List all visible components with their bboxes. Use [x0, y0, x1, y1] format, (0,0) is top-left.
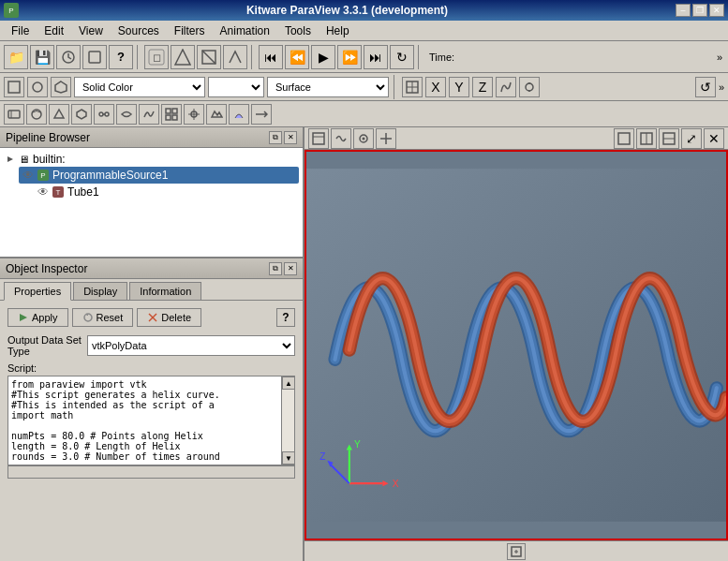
- apply-button[interactable]: Apply: [7, 308, 68, 327]
- tabs: Properties Display Information: [0, 279, 303, 300]
- render-maximize-btn[interactable]: ⤢: [681, 128, 702, 149]
- toolbar-btn-8[interactable]: [197, 45, 221, 69]
- inspector-close-button[interactable]: ✕: [284, 262, 297, 275]
- render-layout-btn-2[interactable]: [636, 128, 657, 149]
- tab-information[interactable]: Information: [129, 282, 201, 300]
- last-frame-button[interactable]: ⏭: [364, 45, 388, 69]
- minimize-button[interactable]: –: [676, 4, 691, 17]
- toolbar-btn-9[interactable]: [223, 45, 247, 69]
- tab-display[interactable]: Display: [73, 282, 127, 300]
- pipeline-float-button[interactable]: ⧉: [269, 131, 282, 144]
- menubar-item-animation[interactable]: Animation: [213, 22, 277, 39]
- svg-text:X: X: [393, 479, 399, 489]
- svg-text:Z: Z: [319, 451, 325, 462]
- restore-button[interactable]: ❐: [692, 4, 707, 17]
- expand-icon: [511, 546, 522, 557]
- render-btn-1[interactable]: [308, 128, 329, 149]
- pipeline-item-tube-label: Tube1: [67, 185, 99, 199]
- menubar-item-sources[interactable]: Sources: [111, 22, 167, 39]
- array-select[interactable]: [208, 77, 264, 97]
- delete-button[interactable]: Delete: [137, 308, 201, 327]
- toolbar-filters: [0, 101, 728, 127]
- render-close-btn[interactable]: ✕: [704, 128, 724, 149]
- time-more-button[interactable]: »: [715, 50, 724, 65]
- pipeline-item-source[interactable]: 👁 P ProgrammableSource1: [19, 167, 299, 184]
- disconnect-button[interactable]: [82, 45, 107, 69]
- next-frame-button[interactable]: ⏩: [337, 45, 362, 69]
- statusbar-expand-button[interactable]: [507, 543, 526, 560]
- representation-select[interactable]: Surface Wireframe Points: [267, 77, 389, 97]
- render-btn-3[interactable]: [353, 128, 374, 149]
- rotate-btn[interactable]: ↺: [695, 77, 716, 97]
- display-btn-3[interactable]: [51, 77, 71, 97]
- display-btn-8[interactable]: [496, 77, 516, 97]
- separator3: [418, 45, 422, 69]
- scroll-down-button[interactable]: ▼: [282, 451, 295, 465]
- menubar: FileEditViewSourcesFiltersAnimationTools…: [0, 21, 728, 41]
- open-button[interactable]: 📁: [4, 45, 28, 69]
- pipeline-root: 🖥 builtin:: [4, 152, 299, 167]
- display-btn-4[interactable]: [402, 77, 423, 97]
- filter-btn-2[interactable]: [26, 104, 47, 125]
- help-button[interactable]: ?: [276, 308, 295, 327]
- menubar-item-edit[interactable]: Edit: [37, 22, 71, 39]
- play-button[interactable]: ▶: [311, 45, 335, 69]
- solid-color-select[interactable]: Solid Color: [74, 77, 205, 97]
- render-btn-2[interactable]: [331, 128, 351, 149]
- close-button[interactable]: ✕: [709, 4, 724, 17]
- menubar-item-file[interactable]: File: [4, 22, 37, 39]
- first-frame-button[interactable]: ⏮: [259, 45, 283, 69]
- svg-rect-16: [8, 111, 20, 118]
- filter-btn-11[interactable]: [229, 104, 249, 125]
- render-statusbar: [305, 540, 728, 561]
- filter-btn-5[interactable]: [94, 104, 114, 125]
- save-button[interactable]: 💾: [30, 45, 54, 69]
- help-toolbar-button[interactable]: ?: [109, 45, 133, 69]
- svg-point-22: [105, 112, 109, 116]
- prev-frame-button[interactable]: ⏪: [285, 45, 309, 69]
- hscroll-track: [7, 465, 295, 479]
- object-inspector: Object Inspector ⧉ ✕ Properties Display …: [0, 258, 303, 561]
- scroll-track: [282, 390, 294, 451]
- filter-btn-4[interactable]: [71, 104, 92, 125]
- filter-btn-8[interactable]: [161, 104, 182, 125]
- toolbar-btn-7[interactable]: [171, 45, 195, 69]
- pipeline-item-tube[interactable]: 👁 T Tube1: [34, 184, 299, 200]
- filter-btn-6[interactable]: [116, 104, 137, 125]
- render-btn-4[interactable]: [376, 128, 396, 149]
- display-btn-6[interactable]: Y: [449, 77, 469, 97]
- toolbar2-more[interactable]: »: [719, 81, 724, 93]
- pipeline-close-button[interactable]: ✕: [284, 131, 297, 144]
- render-layout-btn-3[interactable]: [659, 128, 679, 149]
- filter-btn-3[interactable]: [49, 104, 69, 125]
- script-label: Script:: [4, 361, 299, 376]
- scroll-up-button[interactable]: ▲: [282, 376, 295, 390]
- connect-button[interactable]: [56, 45, 81, 69]
- filter-btn-7[interactable]: [139, 104, 159, 125]
- expand-icon: [6, 155, 15, 164]
- output-data-set-select[interactable]: vtkPolyData vtkUnstructuredGrid vtkImage…: [87, 335, 295, 356]
- tab-properties[interactable]: Properties: [4, 282, 71, 301]
- display-btn-7[interactable]: Z: [472, 77, 493, 97]
- svg-text:◻: ◻: [153, 52, 161, 63]
- menubar-item-view[interactable]: View: [71, 22, 111, 39]
- filter-btn-10[interactable]: [206, 104, 227, 125]
- script-text[interactable]: from paraview import vtk #This script ge…: [8, 376, 281, 465]
- render-canvas[interactable]: X Y Z: [305, 150, 728, 540]
- filter-btn-12[interactable]: [251, 104, 272, 125]
- render-layout-btn-1[interactable]: [614, 128, 634, 149]
- display-btn-1[interactable]: [4, 77, 24, 97]
- filter-btn-9[interactable]: [184, 104, 204, 125]
- menubar-item-tools[interactable]: Tools: [277, 22, 319, 39]
- toolbar-btn-6[interactable]: ◻: [144, 45, 169, 69]
- menubar-item-filters[interactable]: Filters: [167, 22, 213, 39]
- display-btn-5[interactable]: X: [425, 77, 446, 97]
- display-btn-2[interactable]: [27, 77, 48, 97]
- menubar-item-help[interactable]: Help: [319, 22, 357, 39]
- filter-btn-1[interactable]: [4, 104, 24, 125]
- loop-button[interactable]: ↻: [390, 45, 414, 69]
- display-btn-9[interactable]: [519, 77, 540, 97]
- inspector-float-button[interactable]: ⧉: [269, 262, 282, 275]
- reset-button[interactable]: Reset: [72, 308, 134, 327]
- window-title: Kitware ParaView 3.3.1 (development): [19, 4, 676, 17]
